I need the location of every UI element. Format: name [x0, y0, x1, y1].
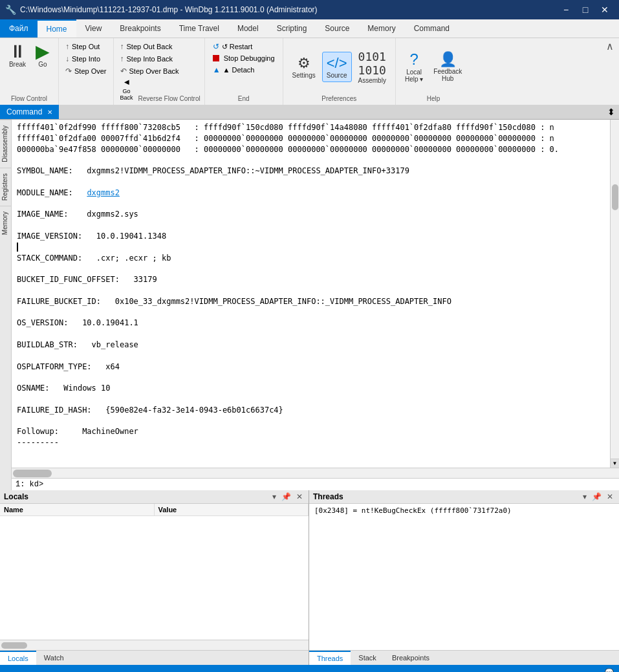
output-blank-11 [17, 394, 605, 405]
output-image-version: IMAGE_VERSION: 10.0.19041.1348 [17, 231, 605, 242]
step-over-back-icon: ↶ [120, 67, 127, 76]
title-bar: 🔧 C:\Windows\Minidump\111221-12937-01.dm… [0, 0, 619, 19]
maximize-button[interactable]: □ [576, 1, 594, 19]
help-group-label: Help [427, 92, 440, 102]
threads-pin-button[interactable]: 📌 [590, 492, 603, 502]
locals-pin-button[interactable]: 📌 [279, 492, 293, 502]
tab-threads[interactable]: Threads [309, 651, 351, 665]
output-bucket-id: BUCKET_ID_FUNC_OFFSET: 33179 [17, 274, 605, 285]
stop-debugging-button[interactable]: Stop Debugging [210, 53, 277, 63]
expand-panel-button[interactable]: ⬍ [603, 105, 619, 118]
bottom-panels: Locals ▾ 📌 ✕ Name Value Locals Watch Thr… [0, 490, 619, 665]
threads-title: Threads [313, 492, 581, 501]
tab-scripting[interactable]: Scripting [268, 19, 316, 38]
tab-model[interactable]: Model [228, 19, 268, 38]
step-into-back-button[interactable]: ↑ Step Into Back [118, 53, 201, 65]
step-over-icon: ↷ [65, 67, 72, 76]
restart-icon: ↺ [213, 42, 219, 51]
command-input[interactable] [45, 480, 615, 489]
settings-icon: ⚙ [298, 55, 310, 72]
command-tab[interactable]: Command ✕ [0, 105, 59, 119]
command-input-row: 1: kd> [12, 478, 619, 490]
stop-icon [213, 55, 219, 61]
locals-close-button[interactable]: ✕ [294, 492, 305, 502]
tab-memory[interactable]: Memory [358, 19, 404, 38]
ribbon: Файл Home View Breakpoints Time Travel M… [0, 19, 619, 105]
source-icon: </> [327, 55, 347, 72]
output-followup: Followup: MachineOwner [17, 426, 605, 437]
output-horizontal-scrollbar[interactable] [12, 468, 619, 478]
settings-button[interactable]: ⚙ Settings [288, 52, 320, 81]
go-back-button[interactable]: ◀ GoBack [118, 77, 136, 102]
tab-view[interactable]: View [76, 19, 111, 38]
chat-icon[interactable]: 💬 [605, 668, 614, 673]
ribbon-tab-bar: Файл Home View Breakpoints Time Travel M… [0, 19, 619, 38]
output-blank-9 [17, 351, 605, 362]
output-cursor-line [17, 242, 605, 253]
locals-col-value: Value [155, 504, 309, 515]
feedback-hub-button[interactable]: 👤 FeedbackHub [429, 49, 466, 85]
flow-control-label: Flow Control [11, 92, 47, 102]
command-output: fffff401`0f2df990 fffff800`73208cb5 : ff… [12, 120, 610, 468]
output-failure-hash: FAILURE_ID_HASH: {590e82e4-fa32-3e14-094… [17, 405, 605, 416]
output-blank-1 [17, 155, 605, 166]
tab-file[interactable]: Файл [0, 19, 38, 38]
tab-locals[interactable]: Locals [0, 651, 36, 665]
tab-breakpoints-panel[interactable]: Breakpoints [384, 651, 437, 665]
step-over-back-button[interactable]: ↶ Step Over Back [118, 65, 201, 77]
threads-close-button[interactable]: ✕ [605, 492, 615, 502]
flow-control-group: ⏸ Break ▶ Go Flow Control [0, 38, 59, 105]
v-scroll-thumb[interactable] [612, 184, 618, 210]
source-button[interactable]: </> Source [322, 52, 352, 82]
locals-h-scrollbar[interactable] [0, 640, 309, 650]
close-button[interactable]: ✕ [596, 1, 614, 19]
threads-tab-bar: Threads Stack Breakpoints [309, 650, 619, 665]
tab-time-travel[interactable]: Time Travel [170, 19, 228, 38]
tab-watch[interactable]: Watch [36, 651, 72, 665]
ribbon-collapse-button[interactable]: ∧ [606, 40, 614, 52]
output-buildlab: BUILDLAB_STR: vb_release [17, 340, 605, 351]
output-vertical-scrollbar[interactable]: ▼ [610, 120, 619, 468]
step-over-button[interactable]: ↷ Step Over [63, 65, 109, 77]
minimize-button[interactable]: − [557, 1, 575, 19]
assembly-button[interactable]: 01011010 Assembly [354, 47, 390, 87]
go-button[interactable]: ▶ Go [32, 41, 53, 70]
output-failure-bucket: FAILURE_BUCKET_ID: 0x10e_33_dxgmms2!VIDM… [17, 296, 605, 307]
step-into-button[interactable]: ↓ Step Into [63, 53, 109, 65]
sidebar-item-disassembly[interactable]: Disassembly [0, 120, 11, 168]
locals-dropdown-button[interactable]: ▾ [270, 492, 278, 502]
locals-table-header: Name Value [0, 504, 309, 516]
tab-home[interactable]: Home [38, 19, 76, 38]
output-blank-2 [17, 177, 605, 188]
output-platform: OSPLATFORM_TYPE: x64 [17, 362, 605, 373]
restart-button[interactable]: ↺ ↺ Restart [210, 41, 277, 52]
step-out-back-button[interactable]: ↑ Step Out Back [118, 41, 201, 52]
locals-title: Locals [4, 492, 270, 501]
threads-dropdown-button[interactable]: ▾ [581, 492, 589, 502]
end-group-label: End [210, 92, 277, 102]
step-out-back-icon: ↑ [120, 42, 124, 51]
detach-icon: ▲ [213, 65, 221, 74]
step-out-button[interactable]: ↑ Step Out [63, 41, 109, 52]
step-into-icon: ↓ [65, 54, 69, 63]
locals-panel-header: Locals ▾ 📌 ✕ [0, 490, 309, 504]
sidebar-item-registers[interactable]: Registers [0, 168, 11, 206]
locals-tab-bar: Locals Watch [0, 650, 309, 665]
step-group-label [63, 100, 109, 102]
tab-command[interactable]: Command [405, 19, 459, 38]
break-button[interactable]: ⏸ Break [5, 41, 30, 70]
local-help-button[interactable]: ? LocalHelp ▾ [401, 48, 427, 85]
locals-h-thumb[interactable] [1, 642, 27, 649]
tab-breakpoints[interactable]: Breakpoints [111, 19, 169, 38]
module-link[interactable]: dxgmms2 [87, 188, 120, 197]
detach-button[interactable]: ▲ ▲ Detach [210, 64, 277, 76]
scroll-down-button[interactable]: ▼ [611, 459, 620, 468]
sidebar-item-memory[interactable]: Memory [0, 206, 11, 240]
tab-stack[interactable]: Stack [351, 651, 384, 665]
step-out-icon: ↑ [65, 42, 69, 51]
output-module-name: MODULE_NAME: dxgmms2 [17, 188, 605, 199]
h-scroll-thumb[interactable] [13, 470, 52, 477]
command-tab-close[interactable]: ✕ [47, 109, 52, 116]
step-group: ↑ Step Out ↓ Step Into ↷ Step Over [59, 38, 114, 105]
tab-source[interactable]: Source [316, 19, 358, 38]
